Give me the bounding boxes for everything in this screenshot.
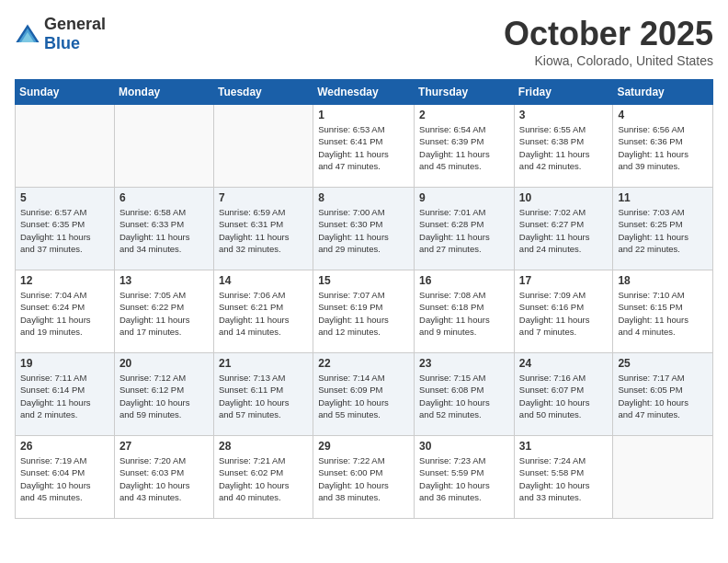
- calendar-table: Sunday Monday Tuesday Wednesday Thursday…: [15, 79, 713, 519]
- day-number: 14: [219, 274, 308, 287]
- calendar-cell: 14Sunrise: 7:06 AM Sunset: 6:21 PM Dayli…: [213, 270, 313, 353]
- day-number: 23: [419, 357, 509, 370]
- calendar-cell: 3Sunrise: 6:55 AM Sunset: 6:38 PM Daylig…: [514, 105, 613, 188]
- calendar-cell: 9Sunrise: 7:01 AM Sunset: 6:28 PM Daylig…: [415, 188, 515, 270]
- cell-content: Sunrise: 7:06 AM Sunset: 6:21 PM Dayligh…: [219, 289, 308, 338]
- calendar-cell: 6Sunrise: 6:58 AM Sunset: 6:33 PM Daylig…: [114, 188, 213, 270]
- day-number: 28: [219, 440, 308, 453]
- calendar-week-5: 26Sunrise: 7:19 AM Sunset: 6:04 PM Dayli…: [16, 436, 713, 519]
- cell-content: Sunrise: 7:05 AM Sunset: 6:22 PM Dayligh…: [119, 289, 209, 338]
- day-number: 18: [618, 274, 708, 287]
- calendar-cell: 5Sunrise: 6:57 AM Sunset: 6:35 PM Daylig…: [16, 188, 115, 270]
- day-number: 15: [318, 274, 409, 287]
- page-header: General Blue October 2025 Kiowa, Colorad…: [15, 15, 713, 68]
- day-number: 19: [20, 357, 109, 370]
- calendar-cell: 25Sunrise: 7:17 AM Sunset: 6:05 PM Dayli…: [613, 353, 713, 436]
- day-number: 3: [519, 109, 609, 121]
- cell-content: Sunrise: 7:21 AM Sunset: 6:02 PM Dayligh…: [219, 454, 308, 503]
- logo-general: General: [44, 15, 106, 33]
- day-number: 29: [318, 440, 409, 453]
- cell-content: Sunrise: 6:56 AM Sunset: 6:36 PM Dayligh…: [618, 123, 708, 172]
- cell-content: Sunrise: 7:00 AM Sunset: 6:30 PM Dayligh…: [318, 206, 409, 255]
- calendar-cell: [213, 105, 313, 188]
- cell-content: Sunrise: 7:23 AM Sunset: 5:59 PM Dayligh…: [419, 454, 509, 503]
- col-friday: Friday: [514, 80, 613, 105]
- calendar-week-1: 1Sunrise: 6:53 AM Sunset: 6:41 PM Daylig…: [16, 105, 713, 188]
- day-number: 27: [119, 440, 209, 453]
- col-sunday: Sunday: [16, 80, 115, 105]
- day-number: 25: [618, 357, 708, 370]
- calendar-cell: [16, 105, 115, 188]
- calendar-cell: 17Sunrise: 7:09 AM Sunset: 6:16 PM Dayli…: [514, 270, 613, 353]
- day-number: 30: [419, 440, 509, 453]
- day-number: 9: [419, 191, 509, 204]
- day-number: 6: [119, 191, 209, 204]
- cell-content: Sunrise: 7:15 AM Sunset: 6:08 PM Dayligh…: [419, 372, 509, 420]
- calendar-cell: 16Sunrise: 7:08 AM Sunset: 6:18 PM Dayli…: [415, 270, 515, 353]
- day-number: 2: [419, 109, 509, 121]
- calendar-cell: [114, 105, 213, 188]
- cell-content: Sunrise: 7:08 AM Sunset: 6:18 PM Dayligh…: [419, 289, 509, 338]
- calendar-header: Sunday Monday Tuesday Wednesday Thursday…: [16, 80, 713, 105]
- calendar-cell: 19Sunrise: 7:11 AM Sunset: 6:14 PM Dayli…: [16, 353, 115, 436]
- calendar-cell: 22Sunrise: 7:14 AM Sunset: 6:09 PM Dayli…: [313, 353, 415, 436]
- cell-content: Sunrise: 6:57 AM Sunset: 6:35 PM Dayligh…: [20, 206, 109, 255]
- calendar-cell: 21Sunrise: 7:13 AM Sunset: 6:11 PM Dayli…: [213, 353, 313, 436]
- cell-content: Sunrise: 7:03 AM Sunset: 6:25 PM Dayligh…: [618, 206, 708, 255]
- calendar-body: 1Sunrise: 6:53 AM Sunset: 6:41 PM Daylig…: [16, 105, 713, 519]
- cell-content: Sunrise: 7:22 AM Sunset: 6:00 PM Dayligh…: [318, 454, 409, 503]
- cell-content: Sunrise: 7:19 AM Sunset: 6:04 PM Dayligh…: [20, 454, 109, 503]
- day-number: 8: [318, 191, 409, 204]
- cell-content: Sunrise: 7:12 AM Sunset: 6:12 PM Dayligh…: [119, 372, 209, 420]
- col-thursday: Thursday: [415, 80, 515, 105]
- day-number: 5: [20, 191, 109, 204]
- day-number: 16: [419, 274, 509, 287]
- calendar-cell: 4Sunrise: 6:56 AM Sunset: 6:36 PM Daylig…: [613, 105, 713, 188]
- calendar-week-2: 5Sunrise: 6:57 AM Sunset: 6:35 PM Daylig…: [16, 188, 713, 270]
- calendar-cell: 30Sunrise: 7:23 AM Sunset: 5:59 PM Dayli…: [415, 436, 515, 519]
- location: Kiowa, Colorado, United States: [504, 53, 713, 68]
- cell-content: Sunrise: 7:11 AM Sunset: 6:14 PM Dayligh…: [20, 372, 109, 420]
- cell-content: Sunrise: 7:07 AM Sunset: 6:19 PM Dayligh…: [318, 289, 409, 338]
- calendar-cell: 11Sunrise: 7:03 AM Sunset: 6:25 PM Dayli…: [613, 188, 713, 270]
- cell-content: Sunrise: 6:58 AM Sunset: 6:33 PM Dayligh…: [119, 206, 209, 255]
- col-monday: Monday: [114, 80, 213, 105]
- calendar-cell: 23Sunrise: 7:15 AM Sunset: 6:08 PM Dayli…: [415, 353, 515, 436]
- calendar-cell: 2Sunrise: 6:54 AM Sunset: 6:39 PM Daylig…: [415, 105, 515, 188]
- day-number: 21: [219, 357, 308, 370]
- calendar-cell: 31Sunrise: 7:24 AM Sunset: 5:58 PM Dayli…: [514, 436, 613, 519]
- day-number: 11: [618, 191, 708, 204]
- cell-content: Sunrise: 7:13 AM Sunset: 6:11 PM Dayligh…: [219, 372, 308, 420]
- title-section: October 2025 Kiowa, Colorado, United Sta…: [504, 15, 713, 68]
- cell-content: Sunrise: 7:01 AM Sunset: 6:28 PM Dayligh…: [419, 206, 509, 255]
- calendar-cell: 12Sunrise: 7:04 AM Sunset: 6:24 PM Dayli…: [16, 270, 115, 353]
- calendar-cell: 26Sunrise: 7:19 AM Sunset: 6:04 PM Dayli…: [16, 436, 115, 519]
- day-number: 13: [119, 274, 209, 287]
- day-number: 26: [20, 440, 109, 453]
- col-tuesday: Tuesday: [213, 80, 313, 105]
- day-number: 17: [519, 274, 609, 287]
- calendar-cell: 8Sunrise: 7:00 AM Sunset: 6:30 PM Daylig…: [313, 188, 415, 270]
- cell-content: Sunrise: 6:54 AM Sunset: 6:39 PM Dayligh…: [419, 123, 509, 172]
- day-number: 22: [318, 357, 409, 370]
- col-saturday: Saturday: [613, 80, 713, 105]
- day-number: 12: [20, 274, 109, 287]
- calendar-week-4: 19Sunrise: 7:11 AM Sunset: 6:14 PM Dayli…: [16, 353, 713, 436]
- calendar-cell: [613, 436, 713, 519]
- month-title: October 2025: [504, 15, 713, 53]
- day-number: 1: [318, 109, 409, 121]
- cell-content: Sunrise: 7:16 AM Sunset: 6:07 PM Dayligh…: [519, 372, 609, 420]
- cell-content: Sunrise: 7:02 AM Sunset: 6:27 PM Dayligh…: [519, 206, 609, 255]
- cell-content: Sunrise: 6:59 AM Sunset: 6:31 PM Dayligh…: [219, 206, 308, 255]
- cell-content: Sunrise: 7:20 AM Sunset: 6:03 PM Dayligh…: [119, 454, 209, 503]
- calendar-cell: 28Sunrise: 7:21 AM Sunset: 6:02 PM Dayli…: [213, 436, 313, 519]
- day-number: 31: [519, 440, 609, 453]
- calendar-cell: 18Sunrise: 7:10 AM Sunset: 6:15 PM Dayli…: [613, 270, 713, 353]
- calendar-cell: 24Sunrise: 7:16 AM Sunset: 6:07 PM Dayli…: [514, 353, 613, 436]
- cell-content: Sunrise: 7:14 AM Sunset: 6:09 PM Dayligh…: [318, 372, 409, 420]
- cell-content: Sunrise: 7:24 AM Sunset: 5:58 PM Dayligh…: [519, 454, 609, 503]
- cell-content: Sunrise: 7:10 AM Sunset: 6:15 PM Dayligh…: [618, 289, 708, 338]
- calendar-cell: 10Sunrise: 7:02 AM Sunset: 6:27 PM Dayli…: [514, 188, 613, 270]
- day-number: 20: [119, 357, 209, 370]
- logo-blue: Blue: [44, 34, 80, 52]
